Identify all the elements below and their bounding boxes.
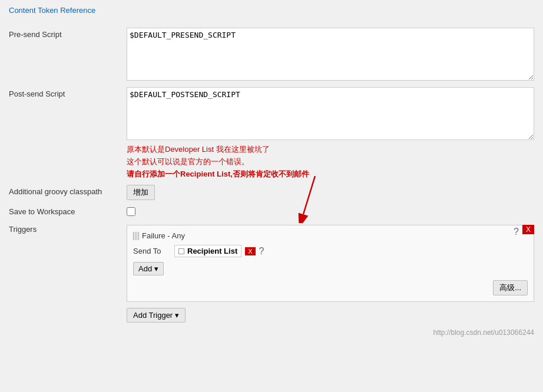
add-groovy-button[interactable]: 增加 (127, 185, 155, 200)
advanced-button[interactable]: 高级... (493, 280, 528, 295)
add-recipient-label: Add (138, 264, 152, 273)
save-to-workspace-label: Save to Workspace (9, 205, 127, 216)
trigger-help-icon[interactable]: ? (514, 227, 519, 237)
recipient-tag[interactable]: Recipient List (174, 245, 241, 257)
annotation-callout: 原本默认是Developer List 我在这里被坑了 这个默认可以说是官方的一… (127, 144, 534, 180)
trigger-title: Failure - Any (142, 231, 185, 240)
pre-send-script-input[interactable]: $DEFAULT_PRESEND_SCRIPT (127, 28, 534, 81)
trigger-box: X ? Failure - Any Send To (127, 225, 534, 302)
triggers-label: Triggers (9, 222, 127, 234)
additional-groovy-label: Additional groovy classpath (9, 185, 127, 196)
recipient-tag-icon (178, 248, 184, 254)
pre-send-script-label: Pre-send Script (9, 28, 127, 39)
post-send-script-input[interactable]: $DEFAULT_POSTSEND_SCRIPT (127, 87, 534, 140)
post-send-script-label: Post-send Script (9, 87, 127, 98)
watermark: http://blog.csdn.net/u013066244 (9, 328, 534, 337)
add-trigger-arrow: ▾ (175, 311, 179, 320)
recipient-close-button[interactable]: X (245, 247, 255, 255)
recipient-label: Recipient List (187, 247, 237, 255)
recipient-help-icon[interactable]: ? (259, 246, 264, 257)
add-dropdown-arrow: ▾ (154, 264, 158, 273)
trigger-close-button[interactable]: X (522, 225, 534, 234)
send-to-label: Send To (133, 247, 174, 255)
add-trigger-button[interactable]: Add Trigger ▾ (127, 308, 186, 323)
svg-line-1 (303, 176, 315, 214)
save-to-workspace-checkbox[interactable] (127, 207, 135, 216)
content-token-link[interactable]: Content Token Reference (9, 6, 95, 15)
annotation-arrow (297, 176, 333, 223)
add-recipient-button[interactable]: Add ▾ (133, 262, 164, 275)
trigger-gripper (133, 232, 139, 240)
add-trigger-label: Add Trigger (133, 311, 173, 320)
